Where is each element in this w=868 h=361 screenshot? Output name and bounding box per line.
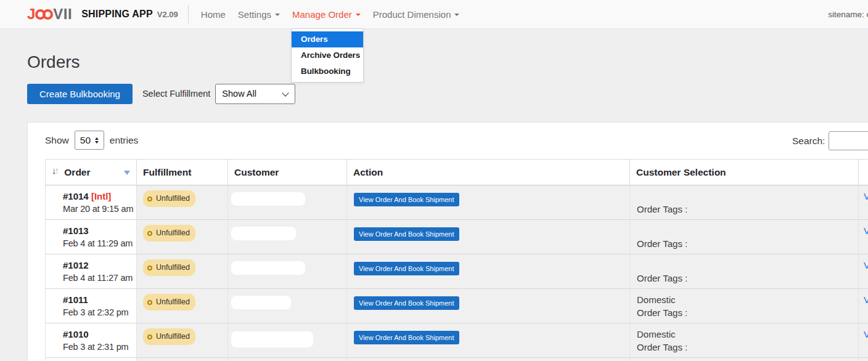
- table-row: #1010Feb 3 at 2:31 pmUnfulfilledView Ord…: [46, 323, 868, 358]
- view-order-book-shipment-button[interactable]: View Order And Book Shipment: [354, 262, 459, 275]
- action-cell: View Order And Book Shipment: [347, 254, 630, 289]
- dropdown-item-orders[interactable]: Orders: [292, 31, 363, 47]
- chevron-down-icon: [282, 89, 289, 96]
- order-cell: [46, 358, 137, 361]
- order-intl-tag: [Intl]: [89, 191, 112, 201]
- column-header-action[interactable]: Action: [347, 160, 630, 185]
- column-header-blank: [859, 160, 868, 185]
- table-row: #1013Feb 4 at 11:29 amUnfulfilledView Or…: [46, 220, 868, 254]
- customer-selection-cell: Order Tags :: [630, 220, 859, 254]
- status-circle-icon: [147, 266, 152, 270]
- updown-arrows-icon: [95, 137, 99, 144]
- nav-item-settings[interactable]: Settings: [232, 9, 286, 20]
- customer-cell: [228, 185, 347, 220]
- logo-letters-vii: VII: [53, 6, 72, 23]
- customer-cell: [228, 289, 347, 323]
- view-cell: V: [859, 289, 868, 323]
- column-header-order[interactable]: ↓↑ Order: [46, 160, 137, 185]
- show-label: Show: [45, 135, 69, 146]
- app-title: SHIPPING APP: [81, 9, 153, 20]
- controls-row: Create Bulkbooking Select Fulfillment Sh…: [27, 83, 868, 104]
- status-circle-icon: [147, 197, 152, 201]
- search-label: Search:: [792, 136, 825, 147]
- table-cell: [137, 358, 228, 361]
- status-circle-icon: [147, 231, 152, 236]
- customer-selection-value: Domestic: [637, 293, 852, 306]
- navbar: J VII SHIPPING APP V2.09 Home Settings M…: [0, 0, 868, 29]
- order-date: Feb 3 at 2:31 pm: [63, 341, 136, 354]
- sitename-label: sitename: o: [828, 10, 868, 19]
- view-link[interactable]: V: [864, 224, 868, 237]
- customer-selection-value: [637, 190, 852, 203]
- view-order-book-shipment-button[interactable]: View Order And Book Shipment: [354, 193, 459, 206]
- fulfillment-cell: Unfulfilled: [137, 220, 228, 254]
- customer-selection-value: Domestic: [637, 328, 852, 341]
- orders-table: ↓↑ Order Fulfillment Customer Action Cus…: [45, 159, 868, 361]
- table-header-row: ↓↑ Order Fulfillment Customer Action Cus…: [46, 160, 868, 185]
- customer-cell: [228, 220, 347, 254]
- fulfillment-cell: Unfulfilled: [137, 289, 228, 323]
- customer-redacted: [231, 331, 313, 347]
- nav-item-home[interactable]: Home: [195, 9, 232, 20]
- customer-redacted: [231, 296, 291, 309]
- action-cell: View Order And Book Shipment: [347, 185, 630, 220]
- orders-table-card: Show 50 entries Search: ↓↑ Order Fulfill…: [27, 122, 868, 361]
- entries-select[interactable]: 50: [75, 131, 104, 150]
- column-header-fulfillment[interactable]: Fulfillment: [137, 160, 228, 185]
- customer-selection-value: [637, 259, 852, 272]
- table-row: [46, 358, 868, 361]
- page-title: Orders: [27, 51, 868, 73]
- view-order-book-shipment-button[interactable]: View Order And Book Shipment: [354, 296, 459, 310]
- table-row: #1012Feb 4 at 11:27 amUnfulfilledView Or…: [46, 254, 868, 289]
- order-date: Feb 4 at 11:29 am: [63, 237, 136, 250]
- table-row: #1014 [Intl]Mar 20 at 9:15 amUnfulfilled…: [46, 185, 868, 220]
- order-tags-label: Order Tags :: [637, 203, 852, 216]
- customer-selection-cell: DomesticOrder Tags :: [630, 289, 859, 323]
- dropdown-item-bulkbooking[interactable]: Bulkbooking: [292, 63, 363, 79]
- view-link[interactable]: V: [864, 259, 868, 272]
- view-cell: V: [859, 254, 868, 289]
- table-cell: [228, 358, 347, 361]
- order-tags-label: Order Tags :: [637, 306, 852, 319]
- table-cell: [859, 358, 868, 361]
- column-header-customer-selection[interactable]: Customer Selection: [630, 160, 859, 185]
- create-bulkbooking-button[interactable]: Create Bulkbooking: [27, 84, 133, 104]
- chevron-down-icon: [356, 14, 361, 16]
- fulfillment-label: Select Fulfillment: [142, 89, 210, 99]
- customer-selection-value: [637, 224, 852, 237]
- dropdown-item-archive-orders[interactable]: Archive Orders: [292, 47, 363, 63]
- infinity-icon: [35, 9, 52, 20]
- order-id: #1011: [63, 294, 88, 305]
- view-link[interactable]: V: [864, 293, 868, 306]
- order-cell: #1013Feb 4 at 11:29 am: [46, 220, 137, 254]
- unfulfilled-badge: Unfulfilled: [143, 225, 195, 241]
- app-version: V2.09: [157, 10, 178, 19]
- unfulfilled-badge: Unfulfilled: [143, 259, 195, 276]
- customer-selection-cell: Order Tags :: [630, 254, 859, 289]
- table-cell: [347, 358, 630, 361]
- search-group: Search:: [792, 131, 868, 150]
- view-order-book-shipment-button[interactable]: View Order And Book Shipment: [354, 227, 459, 241]
- nav-item-product-dimension[interactable]: Product Dimension: [367, 9, 466, 20]
- search-input[interactable]: [829, 131, 868, 150]
- chevron-down-icon: [454, 14, 459, 16]
- order-id: #1013: [63, 225, 89, 236]
- order-id: #1014: [63, 191, 89, 201]
- joovii-logo[interactable]: J VII: [27, 6, 72, 23]
- order-cell: #1010Feb 3 at 2:31 pm: [46, 323, 137, 358]
- view-order-book-shipment-button[interactable]: View Order And Book Shipment: [354, 331, 459, 344]
- logo-letter-j: J: [27, 6, 35, 23]
- nav-item-manage-order[interactable]: Manage Order: [286, 9, 367, 20]
- view-cell: V: [859, 220, 868, 254]
- fulfillment-select[interactable]: Show All: [215, 84, 295, 104]
- manage-order-dropdown: Orders Archive Orders Bulkbooking: [291, 28, 364, 83]
- unfulfilled-badge: Unfulfilled: [143, 328, 195, 345]
- view-link[interactable]: V: [864, 328, 868, 341]
- column-header-customer[interactable]: Customer: [228, 160, 347, 185]
- order-tags-label: Order Tags :: [637, 237, 852, 250]
- customer-selection-cell: Order Tags :: [630, 185, 859, 220]
- status-circle-icon: [147, 300, 152, 305]
- chevron-down-icon: [275, 14, 280, 16]
- view-link[interactable]: V: [864, 190, 868, 203]
- order-tags-label: Order Tags :: [637, 341, 852, 354]
